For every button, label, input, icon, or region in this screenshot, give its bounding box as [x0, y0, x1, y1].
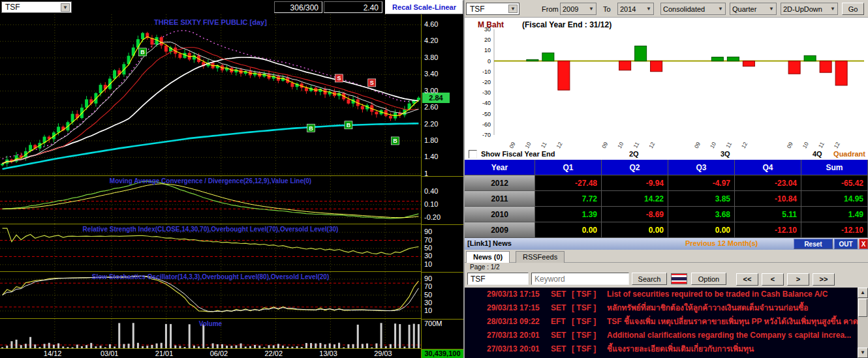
- column-header: Q2: [602, 160, 668, 175]
- time-axis: 14/1203/0121/0106/0222/0213/0329/03: [0, 349, 421, 358]
- svg-text:10: 10: [801, 141, 810, 149]
- svg-text:B: B: [347, 122, 351, 128]
- sell-signal-marker: S: [335, 74, 343, 82]
- svg-text:-30: -30: [482, 89, 491, 96]
- rsi-chart[interactable]: [0, 224, 421, 272]
- reset-button[interactable]: Reset: [794, 239, 833, 249]
- go-button[interactable]: Go: [842, 3, 864, 15]
- svg-text:10: 10: [484, 47, 491, 53]
- date-label: 13/03: [319, 350, 337, 357]
- table-row: 20090.000.000.00-12.10-12.10: [465, 222, 868, 238]
- news-item[interactable]: 28/03/13 09:22EFT[ TSF ]TSF ชี้แจงเพิ่ม …: [465, 315, 868, 329]
- symbol-select[interactable]: TSF ▼: [1, 1, 72, 13]
- tab-news[interactable]: News (0): [466, 251, 510, 263]
- svg-text:10: 10: [523, 141, 533, 149]
- prev-page-button[interactable]: <: [762, 273, 784, 286]
- value-cell: -9.94: [602, 175, 668, 191]
- symbol-input-value: TSF: [470, 5, 485, 14]
- news-item[interactable]: 29/03/13 17:15SET[ TSF ]List of securiti…: [465, 288, 868, 301]
- recal-scale-button[interactable]: Recal Scale-Linear: [385, 0, 463, 14]
- year-cell: 2012: [465, 175, 535, 191]
- scale-label: 0.10: [424, 200, 438, 208]
- value-cell: -12.10: [735, 222, 801, 238]
- svg-text:30: 30: [484, 26, 491, 33]
- svg-text:-10: -10: [482, 68, 491, 75]
- svg-text:09: 09: [693, 141, 702, 149]
- news-symbol: [ TSF ]: [572, 315, 607, 329]
- value-cell: -4.97: [668, 175, 735, 191]
- show-fiscal-checkbox[interactable]: [469, 150, 477, 158]
- to-label: To: [603, 5, 611, 13]
- svg-text:B: B: [393, 138, 397, 144]
- chevron-down-icon: ▼: [589, 6, 594, 12]
- search-button[interactable]: Search: [632, 273, 667, 285]
- quarter-label: 3Q: [721, 150, 730, 158]
- news-item[interactable]: 29/03/13 17:15SET[ TSF ]หลักทรัพย์ที่สมา…: [465, 301, 868, 315]
- from-year-select[interactable]: 2009▼: [560, 3, 597, 15]
- svg-text:S: S: [337, 75, 341, 82]
- value-cell: 1.39: [535, 207, 602, 222]
- scale-label: 50: [424, 291, 432, 299]
- to-year-select[interactable]: 2014▼: [617, 3, 654, 15]
- column-header: Q1: [535, 160, 602, 175]
- scale-label: 3.40: [424, 70, 438, 78]
- value-cell: -10.84: [735, 191, 801, 207]
- tab-rssfeeds[interactable]: RSSFeeds: [516, 251, 565, 263]
- consolidation-select[interactable]: Consolidated▼: [660, 3, 726, 15]
- scale-label: 3.00: [424, 87, 438, 95]
- first-page-button[interactable]: <<: [736, 273, 758, 286]
- from-label: From: [542, 5, 559, 13]
- year-cell: 2011: [465, 191, 535, 207]
- scroll-down-icon[interactable]: ▼: [858, 348, 868, 358]
- news-title-bar: [Link1] News Previous 12 Month(s) Reset …: [465, 238, 868, 250]
- stochastics-chart[interactable]: [0, 272, 421, 319]
- svg-text:09: 09: [600, 141, 610, 149]
- scroll-up-icon[interactable]: ▲: [858, 288, 868, 298]
- next-page-button[interactable]: >: [787, 273, 809, 286]
- svg-text:12: 12: [740, 141, 749, 149]
- out-button[interactable]: OUT: [834, 239, 858, 249]
- macd-chart[interactable]: [0, 176, 421, 224]
- value-cell: 14.22: [602, 191, 668, 207]
- news-scrollbar[interactable]: ▲ ▼: [858, 288, 868, 358]
- svg-text:12: 12: [832, 141, 841, 149]
- volume-panel: Volume: [0, 319, 421, 349]
- chevron-down-icon: ▼: [61, 3, 70, 12]
- svg-text:09: 09: [508, 141, 517, 149]
- keyword-input[interactable]: [531, 273, 629, 285]
- scale-label: 70: [424, 236, 432, 244]
- volume-chart[interactable]: [0, 319, 421, 349]
- chart-mode-select[interactable]: 2D-UpDown▼: [781, 3, 838, 15]
- scrollbar-thumb[interactable]: [858, 299, 867, 317]
- buy-signal-marker: B: [139, 48, 147, 56]
- news-item[interactable]: 27/03/13 20:01SET[ TSF ]Additional clari…: [465, 329, 868, 342]
- thai-flag-icon[interactable]: [671, 273, 687, 284]
- candlestick-chart[interactable]: BSSBBB: [0, 14, 421, 176]
- last-trade-value: 2.40: [364, 3, 379, 12]
- price-scale-column: 2.84 30,439,100 4.604.203.803.403.002.60…: [421, 14, 463, 358]
- chart-column: BSSBBB THREE SIXTY FIVE PUBLIC [day] Mov…: [0, 14, 421, 358]
- news-symbol-input[interactable]: [467, 273, 529, 285]
- svg-text:11: 11: [724, 141, 733, 149]
- stochastics-panel: Slow Stochastics Oscillator(14,3,3),Over…: [0, 272, 421, 319]
- chevron-down-icon: ▼: [646, 6, 651, 12]
- news-symbol: [ TSF ]: [572, 342, 607, 356]
- svg-text:B: B: [309, 125, 313, 132]
- symbol-input[interactable]: TSF ▼: [466, 3, 519, 15]
- news-tabs: News (0) RSSFeeds: [465, 250, 868, 263]
- scale-label: 50: [424, 244, 432, 252]
- period-select[interactable]: Quarter▼: [730, 3, 777, 15]
- close-icon[interactable]: X: [859, 239, 868, 249]
- scale-label: 3.80: [424, 53, 438, 61]
- fundamental-panel: TSF ▼ From 2009▼ To 2014▼ Consolidated▼ …: [465, 0, 868, 358]
- last-page-button[interactable]: >>: [813, 273, 835, 286]
- news-item[interactable]: 27/03/13 20:01SET[ TSF ]ชี้แจงรายละเอียด…: [465, 342, 868, 356]
- date-label: 14/12: [44, 350, 62, 357]
- buy-signal-marker: B: [307, 124, 315, 132]
- sell-signal-marker: S: [368, 79, 376, 87]
- option-button[interactable]: Option: [691, 273, 726, 285]
- news-source: SET: [551, 329, 572, 342]
- news-symbol: [ TSF ]: [572, 329, 607, 342]
- news-headline: Additional clarifications regarding the …: [607, 331, 851, 340]
- value-cell: 0.00: [535, 222, 602, 238]
